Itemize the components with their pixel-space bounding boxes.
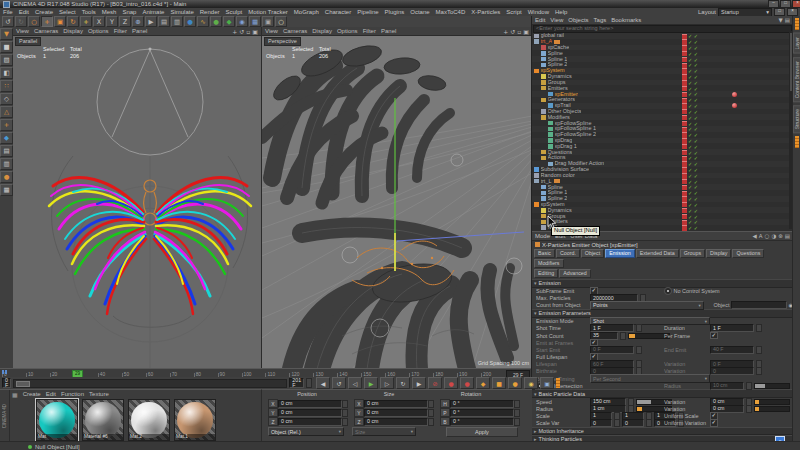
lock-z-axis-icon[interactable]: Z (119, 16, 131, 27)
viewport-menu-item[interactable]: Display (63, 28, 83, 34)
viewport-label[interactable]: Parallel (15, 37, 41, 46)
menu-item[interactable]: Motion Tracker (245, 9, 291, 15)
key-rotation-button[interactable]: ● (508, 377, 522, 389)
undo-icon[interactable]: ↺ (2, 16, 14, 27)
record-button[interactable]: ● (444, 377, 458, 389)
am-tab[interactable]: Groups (680, 249, 705, 258)
enable-axis-icon[interactable]: + (0, 119, 13, 131)
editor-visibility-toggle[interactable]: ✓ (688, 92, 692, 96)
om-menu-item[interactable]: Tags (594, 17, 607, 23)
render-visibility-toggle[interactable]: ✓ (694, 81, 698, 85)
position-field[interactable]: 0 cm (278, 418, 342, 426)
viewport-menu-item[interactable]: Panel (132, 28, 147, 34)
render-visibility-toggle[interactable]: ✓ (694, 104, 698, 108)
scale-var-y-field[interactable]: 0 (622, 419, 644, 427)
menu-item[interactable]: Window (525, 9, 552, 15)
render-settings-icon[interactable]: ▤ (158, 16, 170, 27)
editor-visibility-toggle[interactable]: ✓ (688, 133, 692, 137)
render-visibility-toggle[interactable]: ✓ (694, 122, 698, 126)
am-tab[interactable]: Display (706, 249, 731, 258)
om-menu-item[interactable]: Edit (535, 17, 545, 23)
viewport-menu-item[interactable]: Cameras (34, 28, 58, 34)
position-field[interactable]: 0 cm (278, 409, 342, 417)
edges-mode-icon[interactable]: ◇ (0, 93, 13, 105)
am-menu-item[interactable]: Mode (535, 233, 550, 239)
workplane-icon[interactable]: ▤ (0, 145, 13, 157)
material-menu-item[interactable]: Function (61, 391, 84, 397)
viewport-menu-item[interactable]: View (16, 28, 29, 34)
next-frame-button[interactable]: ▷ (380, 377, 394, 389)
material-item[interactable]: Material #6 (82, 399, 124, 441)
am-tab[interactable]: Object (581, 249, 604, 258)
polygons-mode-icon[interactable]: △ (0, 106, 13, 118)
editor-visibility-toggle[interactable]: ✓ (688, 209, 692, 213)
layout-restore-button[interactable]: □ (774, 8, 785, 16)
render-visibility-toggle[interactable]: ✓ (694, 63, 698, 67)
section-emission[interactable]: ▾Emission (532, 279, 793, 288)
maximize-view-icon[interactable]: ▣ (523, 28, 529, 35)
om-menu-item[interactable]: View (550, 17, 563, 23)
editor-visibility-toggle[interactable]: ✓ (688, 145, 692, 149)
editor-visibility-toggle[interactable]: ✓ (688, 180, 692, 184)
editor-visibility-toggle[interactable]: ✓ (688, 168, 692, 172)
render-visibility-toggle[interactable]: ✓ (694, 156, 698, 160)
editor-visibility-toggle[interactable]: ✓ (688, 75, 692, 79)
render-visibility-toggle[interactable]: ✓ (694, 226, 698, 230)
menu-item[interactable]: Snap (119, 9, 139, 15)
editor-visibility-toggle[interactable]: ✓ (688, 40, 692, 44)
pan-view-icon[interactable]: + (232, 28, 237, 35)
lock-x-axis-icon[interactable]: X (93, 16, 105, 27)
render-visibility-toggle[interactable]: ✓ (694, 151, 698, 155)
render-visibility-toggle[interactable]: ✓ (694, 92, 698, 96)
menu-item[interactable]: Animate (139, 9, 167, 15)
simulate-icon[interactable]: ◉ (236, 16, 248, 27)
am-search-icon[interactable]: ○ (765, 233, 770, 239)
menu-item[interactable]: Pipeline (354, 9, 381, 15)
render-visibility-toggle[interactable]: ✓ (694, 98, 698, 102)
viewport-menu-item[interactable]: View (265, 28, 278, 34)
snap-icon[interactable]: ◆ (0, 132, 13, 144)
last-tool-icon[interactable]: + (80, 16, 92, 27)
menu-item[interactable]: Render (197, 9, 223, 15)
pen-tool-icon[interactable]: ∿ (197, 16, 209, 27)
render-visibility-toggle[interactable]: ✓ (694, 127, 698, 131)
dock-handle[interactable] (795, 18, 799, 30)
render-visibility-toggle[interactable]: ✓ (694, 197, 698, 201)
enable-toggle[interactable] (682, 225, 687, 231)
rotation-field[interactable]: 0 ° (450, 409, 514, 417)
add-primitive-icon[interactable]: ● (210, 16, 222, 27)
editor-visibility-toggle[interactable]: ✓ (688, 58, 692, 62)
radius-slider[interactable] (754, 383, 790, 389)
editor-visibility-toggle[interactable]: ✓ (688, 122, 692, 126)
menu-item[interactable]: Tools (79, 9, 99, 15)
dock-tab[interactable]: Content Browser (793, 57, 800, 102)
render-visibility-toggle[interactable]: ✓ (694, 69, 698, 73)
zoom-view-icon[interactable]: ▫ (246, 28, 250, 35)
light-icon[interactable]: ○ (275, 16, 287, 27)
speed-variation-slider[interactable] (754, 399, 790, 405)
render-visibility-toggle[interactable]: ✓ (694, 203, 698, 207)
viewport-label[interactable]: Perspective (264, 37, 301, 46)
am-a-icon[interactable]: A (759, 233, 763, 239)
editor-visibility-toggle[interactable]: ✓ (688, 162, 692, 166)
lock-workplane-icon[interactable]: ▥ (0, 158, 13, 170)
render-visibility-toggle[interactable]: ✓ (694, 209, 698, 213)
move-icon[interactable]: + (41, 16, 53, 27)
coordinate-system-icon[interactable]: ⊕ (132, 16, 144, 27)
am-gear-icon[interactable]: ⊛ (778, 233, 783, 239)
goto-start-button[interactable]: ◀ (316, 377, 330, 389)
zoom-view-icon[interactable]: ▫ (517, 28, 521, 35)
size-field[interactable]: 0 cm (364, 400, 428, 408)
render-visibility-toggle[interactable]: ✓ (694, 87, 698, 91)
editor-visibility-toggle[interactable]: ✓ (688, 52, 692, 56)
autokey-button[interactable]: ⊘ (428, 377, 442, 389)
rotation-field[interactable]: 0 ° (450, 400, 514, 408)
editor-visibility-toggle[interactable]: ✓ (688, 127, 692, 131)
apply-button[interactable]: Apply (446, 427, 518, 437)
om-search-input[interactable]: <Enter your search string here> (533, 25, 792, 33)
editor-visibility-toggle[interactable]: ✓ (688, 63, 692, 67)
viewport-menu-item[interactable]: Options (88, 28, 109, 34)
render-visibility-toggle[interactable]: ✓ (694, 220, 698, 224)
render-visibility-toggle[interactable]: ✓ (694, 215, 698, 219)
frame-count-field[interactable]: 201 F (289, 378, 304, 388)
